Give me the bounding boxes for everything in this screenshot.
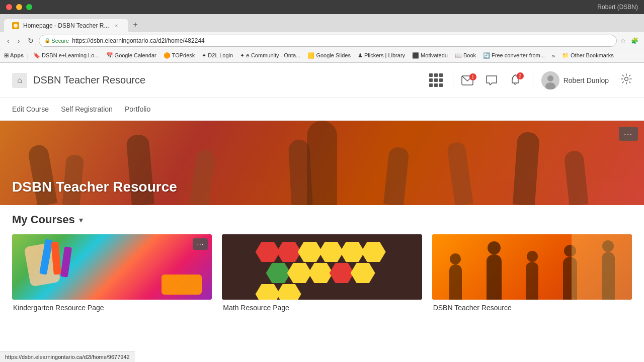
settings-button[interactable] xyxy=(621,73,632,87)
minimize-button[interactable] xyxy=(16,4,22,10)
maximize-button[interactable] xyxy=(26,4,32,10)
svg-marker-18 xyxy=(256,284,280,300)
site-logo: ⌂ DSBN Teacher Resource xyxy=(12,73,145,88)
extensions-button[interactable]: 🧩 xyxy=(629,36,640,46)
sub-nav-portfolio[interactable]: Portfolio xyxy=(125,104,150,114)
bookmark-d2l[interactable]: ✦ D2L Login xyxy=(200,51,235,60)
course-thumbnail-dsbn xyxy=(432,234,632,300)
course-card-math[interactable]: Math Resource Page xyxy=(222,234,422,312)
bookmark-gcal[interactable]: 📅 Google Calendar xyxy=(104,51,158,60)
svg-marker-15 xyxy=(308,263,333,283)
svg-point-0 xyxy=(14,24,18,28)
site-header: ⌂ DSBN Teacher Resource xyxy=(0,63,644,98)
notification-badge: 2 xyxy=(517,72,524,79)
avatar xyxy=(541,71,559,89)
tab-close-button[interactable]: × xyxy=(113,22,120,29)
courses-chevron-icon: ▾ xyxy=(79,215,83,225)
close-button[interactable] xyxy=(6,4,12,10)
notifications-button[interactable]: 2 xyxy=(510,74,521,86)
courses-header[interactable]: My Courses ▾ xyxy=(12,213,632,226)
secure-badge: 🔒 Secure xyxy=(44,38,69,44)
bookmark-book[interactable]: 📖 Book xyxy=(453,51,478,60)
svg-marker-10 xyxy=(319,242,344,262)
hero-menu-button[interactable]: ··· xyxy=(619,127,638,141)
course-thumbnail-math xyxy=(222,234,422,300)
back-button[interactable]: ‹ xyxy=(4,35,13,47)
status-bar: https://dsbn.elearningontario.ca/d2l/hom… xyxy=(0,351,135,362)
refresh-button[interactable]: ↻ xyxy=(25,35,37,47)
forward-button[interactable]: › xyxy=(15,35,23,47)
bookmarks-bar: ⊞ Apps | 🔖 DSBN e+Learning Lo... 📅 Googl… xyxy=(0,49,644,62)
apps-bookmark[interactable]: ⊞ Apps xyxy=(4,52,24,59)
svg-marker-8 xyxy=(277,242,301,262)
new-tab-button[interactable]: + xyxy=(128,17,143,32)
bookmark-gslides[interactable]: 🟨 Google Slides xyxy=(305,51,353,60)
bookmark-plickers[interactable]: ♟ Plickers | Library xyxy=(356,51,407,60)
star-button[interactable]: ☆ xyxy=(619,36,627,46)
bookmark-motivatedu[interactable]: ⬛ Motivatedu xyxy=(410,51,450,60)
svg-marker-17 xyxy=(351,263,375,283)
courses-section: My Courses ▾ ··· Kindergarten Resource P… xyxy=(0,205,644,320)
tab-title: Homepage - DSBN Teacher R... xyxy=(23,22,109,29)
hero-title: DSBN Teacher Resource xyxy=(12,179,177,195)
apps-grid-button[interactable] xyxy=(427,71,445,89)
kindergarten-card-menu-button[interactable]: ··· xyxy=(193,238,208,250)
home-icon[interactable]: ⌂ xyxy=(12,73,27,88)
svg-marker-12 xyxy=(361,242,386,262)
svg-marker-9 xyxy=(298,242,323,262)
nav-icons: ☆ 🧩 xyxy=(619,36,640,46)
sub-nav-edit-course[interactable]: Edit Course xyxy=(12,104,49,114)
window-user-label: Robert (DSBN) xyxy=(597,4,638,11)
sub-navigation: Edit Course Self Registration Portfolio xyxy=(0,98,644,121)
bookmark-ecommunity[interactable]: ✦ e-Community - Onta... xyxy=(238,51,302,60)
address-bar[interactable]: 🔒 Secure https://dsbn.elearningontario.c… xyxy=(39,35,617,47)
svg-marker-16 xyxy=(330,263,354,283)
hero-banner: DSBN Teacher Resource ··· xyxy=(0,121,644,205)
sub-nav-self-registration[interactable]: Self Registration xyxy=(61,104,113,114)
course-name-dsbn: DSBN Teacher Resource xyxy=(432,304,632,312)
svg-marker-11 xyxy=(340,242,365,262)
user-profile[interactable]: Robert Dunlop xyxy=(541,71,609,89)
svg-marker-13 xyxy=(266,263,291,283)
bookmark-converter[interactable]: 🔄 Free converter from... xyxy=(481,51,547,60)
svg-point-4 xyxy=(547,75,553,81)
title-bar: Robert (DSBN) xyxy=(0,0,644,14)
tab-bar: Homepage - DSBN Teacher R... × + xyxy=(0,14,644,32)
tab-favicon xyxy=(12,22,19,29)
course-card-kindergarten[interactable]: ··· Kindergarten Resource Page xyxy=(12,234,212,312)
course-name-kindergarten: Kindergarten Resource Page xyxy=(12,304,212,312)
navigation-bar: ‹ › ↻ 🔒 Secure https://dsbn.elearningont… xyxy=(0,32,644,49)
lock-icon: 🔒 xyxy=(44,38,50,43)
header-actions: 1 2 xyxy=(427,71,632,89)
divider-2 xyxy=(533,73,533,88)
page-content: ⌂ DSBN Teacher Resource xyxy=(0,63,644,362)
course-name-math: Math Resource Page xyxy=(222,304,422,312)
url-text: https://dsbn.elearningontario.ca/d2l/hom… xyxy=(72,37,205,44)
chat-button[interactable] xyxy=(486,75,498,86)
svg-point-6 xyxy=(625,77,628,81)
site-title: DSBN Teacher Resource xyxy=(33,74,145,86)
bookmark-more[interactable]: » xyxy=(550,52,557,60)
bookmark-dsbn[interactable]: 🔖 DSBN e+Learning Lo... xyxy=(31,51,101,60)
courses-section-title: My Courses xyxy=(12,213,75,226)
courses-grid: ··· Kindergarten Resource Page xyxy=(12,234,632,312)
bookmark-topdesk[interactable]: 🟠 TOPdesk xyxy=(162,51,197,60)
bookmark-other[interactable]: 📁 Other Bookmarks xyxy=(560,51,616,60)
divider-1 xyxy=(453,73,453,88)
active-tab[interactable]: Homepage - DSBN Teacher R... × xyxy=(4,19,128,32)
mail-badge: 1 xyxy=(469,73,476,80)
course-thumbnail-kindergarten: ··· xyxy=(12,234,212,300)
course-card-dsbn[interactable]: DSBN Teacher Resource xyxy=(432,234,632,312)
svg-marker-19 xyxy=(277,284,301,300)
status-url: https://dsbn.elearningontario.ca/d2l/hom… xyxy=(5,354,130,360)
svg-marker-14 xyxy=(287,263,312,283)
mail-button[interactable]: 1 xyxy=(461,75,473,85)
svg-marker-7 xyxy=(256,242,280,262)
user-name-display: Robert Dunlop xyxy=(564,76,609,84)
